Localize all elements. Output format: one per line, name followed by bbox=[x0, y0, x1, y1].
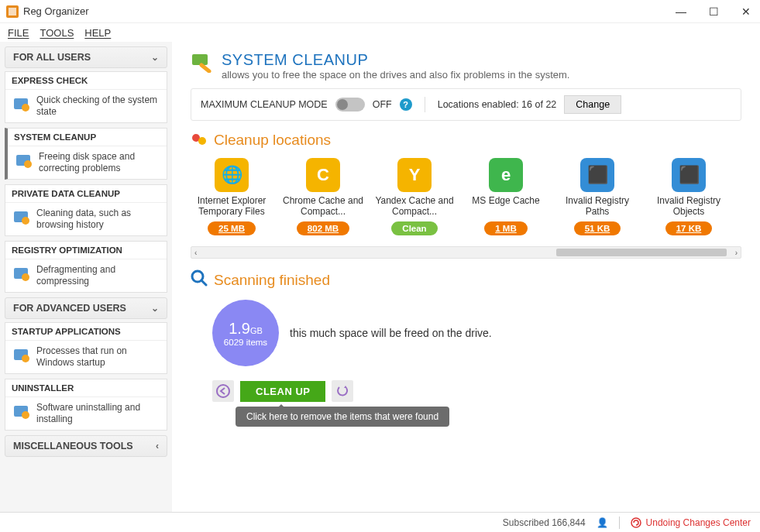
change-button[interactable]: Change bbox=[564, 95, 621, 114]
refresh-button[interactable] bbox=[332, 380, 353, 402]
locations-enabled-label: Locations enabled: 16 of 22 bbox=[438, 99, 557, 110]
close-button[interactable]: ✕ bbox=[738, 5, 754, 18]
location-item[interactable]: ⬛ Invalid Registry Objects 17 KB bbox=[648, 158, 730, 235]
cleanup-tooltip: Click here to remove the items that were… bbox=[236, 407, 449, 427]
content: SYSTEM CLEANUP allows you to free the sp… bbox=[172, 42, 760, 512]
nav-icon bbox=[12, 208, 30, 226]
svg-point-4 bbox=[24, 160, 32, 168]
page-title: SYSTEM CLEANUP bbox=[222, 51, 569, 69]
scroll-left-icon[interactable]: ‹ bbox=[194, 249, 197, 257]
svg-point-18 bbox=[217, 385, 229, 397]
subscribed-count[interactable]: Subscribed 166,844 bbox=[503, 517, 586, 528]
menu-tools[interactable]: TOOLS bbox=[40, 27, 74, 39]
sidebar: FOR ALL USERS⌄EXPRESS CHECK Quick checki… bbox=[0, 42, 172, 512]
page-header: SYSTEM CLEANUP allows you to free the sp… bbox=[191, 51, 741, 81]
svg-point-8 bbox=[22, 273, 29, 281]
sidebar-section-header[interactable]: MISCELLANEOUS TOOLS‹ bbox=[5, 435, 167, 457]
svg-point-6 bbox=[22, 217, 29, 225]
locations-row: 🌐 Internet Explorer Temporary Files 25 M… bbox=[191, 155, 741, 242]
settings-row: MAXIMUM CLEANUP MODE OFF ? Locations ena… bbox=[191, 88, 741, 121]
cleanup-icon bbox=[191, 51, 212, 73]
help-icon[interactable]: ? bbox=[400, 98, 412, 111]
location-size-badge[interactable]: 17 KB bbox=[665, 221, 713, 235]
location-icon: e bbox=[489, 158, 523, 192]
scan-result-text: this much space will be freed on the dri… bbox=[290, 327, 492, 339]
scan-section-title: Scanning finished bbox=[191, 269, 741, 290]
statusbar: Subscribed 166,844 👤 Undoing Changes Cen… bbox=[0, 512, 760, 532]
nav-icon bbox=[14, 151, 33, 170]
locations-section-title: Cleanup locations bbox=[191, 132, 741, 149]
scan-result: 1.9GB 6029 items this much space will be… bbox=[212, 300, 741, 366]
location-icon: Y bbox=[397, 158, 432, 192]
maxmode-toggle[interactable] bbox=[335, 98, 365, 112]
scroll-right-icon[interactable]: › bbox=[735, 249, 738, 257]
location-name: MS Edge Cache bbox=[472, 195, 539, 218]
separator bbox=[619, 517, 620, 529]
action-row: CLEAN UP Click here to remove the items … bbox=[212, 380, 741, 402]
nav-icon bbox=[12, 402, 30, 420]
location-icon: ⬛ bbox=[580, 158, 614, 192]
svg-point-19 bbox=[631, 518, 641, 527]
menu-file[interactable]: FILE bbox=[8, 27, 29, 39]
sidebar-item[interactable]: EXPRESS CHECK Quick checking of the syst… bbox=[5, 71, 167, 123]
minimize-button[interactable]: — bbox=[673, 5, 689, 18]
undo-center-link[interactable]: Undoing Changes Center bbox=[631, 517, 751, 528]
location-name: Internet Explorer Temporary Files bbox=[191, 195, 273, 218]
svg-line-17 bbox=[201, 280, 206, 285]
sidebar-item[interactable]: SYSTEM CLEANUP Freeing disk space and co… bbox=[5, 128, 167, 180]
scan-summary-circle: 1.9GB 6029 items bbox=[212, 300, 279, 366]
location-name: Yandex Cache and Compact... bbox=[373, 195, 456, 218]
menubar: FILE TOOLS HELP bbox=[0, 23, 760, 42]
menu-help[interactable]: HELP bbox=[84, 27, 111, 39]
location-icon: 🌐 bbox=[215, 158, 249, 192]
nav-icon bbox=[12, 264, 30, 283]
location-item[interactable]: e MS Edge Cache 1 MB bbox=[465, 158, 547, 235]
location-item[interactable]: ⬛ Invalid Registry Paths 51 KB bbox=[556, 158, 638, 235]
nav-icon bbox=[12, 94, 30, 113]
location-size-badge[interactable]: 802 MB bbox=[297, 221, 349, 235]
window-title: Reg Organizer bbox=[23, 5, 89, 17]
sidebar-item[interactable]: UNINSTALLER Software uninstalling and in… bbox=[5, 379, 167, 431]
back-button[interactable] bbox=[212, 380, 234, 402]
location-name: Invalid Registry Objects bbox=[648, 195, 730, 218]
maxmode-state: OFF bbox=[373, 99, 392, 110]
location-name: Chrome Cache and Compact... bbox=[282, 195, 364, 218]
location-item[interactable]: C Chrome Cache and Compact... 802 MB bbox=[282, 158, 364, 235]
location-icon: C bbox=[306, 158, 340, 192]
location-size-badge[interactable]: 51 KB bbox=[574, 221, 621, 235]
sidebar-item[interactable]: PRIVATE DATA CLEANUP Cleaning data, such… bbox=[5, 184, 167, 236]
svg-rect-0 bbox=[9, 8, 16, 15]
svg-point-2 bbox=[22, 104, 29, 112]
maximize-button[interactable]: ☐ bbox=[706, 5, 721, 18]
locations-scrollbar[interactable]: ‹ › bbox=[191, 246, 741, 259]
location-icon: ⬛ bbox=[672, 158, 706, 192]
location-name: Invalid Registry Paths bbox=[556, 195, 638, 218]
scroll-thumb[interactable] bbox=[556, 249, 727, 256]
page-subtitle: allows you to free the space on the driv… bbox=[222, 69, 569, 81]
magnifier-icon bbox=[191, 269, 208, 290]
svg-point-10 bbox=[22, 355, 29, 362]
sidebar-section-header[interactable]: FOR ADVANCED USERS⌄ bbox=[5, 297, 167, 319]
sidebar-item[interactable]: STARTUP APPLICATIONS Processes that run … bbox=[5, 322, 167, 374]
window-controls: — ☐ ✕ bbox=[673, 5, 754, 18]
cleanup-button[interactable]: CLEAN UP bbox=[240, 381, 325, 402]
location-size-badge[interactable]: 1 MB bbox=[484, 221, 527, 235]
sidebar-section-header[interactable]: FOR ALL USERS⌄ bbox=[5, 46, 167, 68]
separator bbox=[425, 97, 425, 112]
sidebar-item[interactable]: REGISTRY OPTIMIZATION Defragmenting and … bbox=[5, 241, 167, 293]
user-icon: 👤 bbox=[597, 517, 608, 528]
location-item[interactable]: 🌐 Internet Explorer Temporary Files 25 M… bbox=[191, 158, 273, 235]
maxmode-label: MAXIMUM CLEANUP MODE bbox=[201, 99, 328, 110]
location-size-badge[interactable]: 25 MB bbox=[208, 221, 256, 235]
nav-icon bbox=[12, 345, 30, 364]
location-size-badge[interactable]: Clean bbox=[391, 221, 437, 235]
pin-icon bbox=[191, 132, 208, 149]
location-item[interactable]: Y Yandex Cache and Compact... Clean bbox=[373, 158, 456, 235]
svg-point-12 bbox=[22, 411, 29, 419]
svg-rect-13 bbox=[192, 54, 208, 65]
titlebar: Reg Organizer — ☐ ✕ bbox=[0, 0, 760, 23]
app-icon bbox=[6, 5, 19, 18]
svg-point-15 bbox=[198, 137, 206, 145]
